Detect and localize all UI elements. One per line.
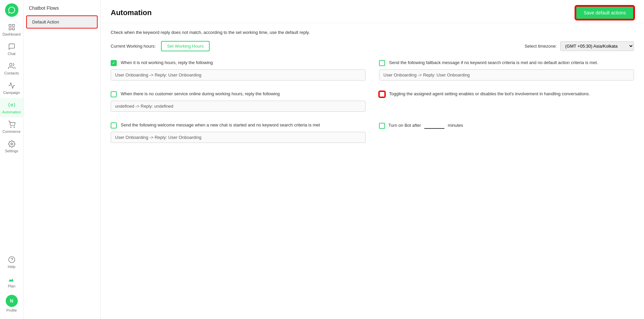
svg-point-7	[14, 127, 14, 127]
sidebar-item-commerce[interactable]: Commerce	[0, 117, 23, 137]
sidebar-bottom: Help Plan N Profile	[0, 253, 23, 319]
svg-point-5	[11, 104, 13, 106]
set-working-hours-button[interactable]: Set Working Hours	[161, 41, 210, 51]
option-row-1: When it is not working hours, reply the …	[111, 59, 366, 66]
svg-rect-2	[9, 28, 11, 30]
sidebar-item-automation[interactable]: Automation	[0, 98, 23, 117]
checkbox-fallback-message[interactable]	[379, 60, 385, 66]
app-logo[interactable]	[5, 3, 18, 17]
checkbox-no-customer-service[interactable]	[111, 91, 117, 97]
sidebar-label-settings: Settings	[5, 149, 18, 153]
turn-on-bot-row: Turn on Bot after minutes	[379, 122, 634, 129]
svg-rect-3	[12, 28, 14, 30]
option-toggle-agent: Toggling the assigned agent setting enab…	[379, 91, 634, 112]
svg-rect-1	[12, 24, 14, 26]
sidebar-label-dashboard: Dashboard	[3, 32, 21, 36]
sidebar-label-help: Help	[8, 265, 15, 269]
svg-point-4	[9, 63, 12, 66]
sidebar-label-chat: Chat	[8, 52, 15, 56]
svg-rect-0	[9, 24, 11, 26]
sidebar-item-contacts[interactable]: Contacts	[0, 59, 23, 78]
timezone-label: Select timezone:	[525, 44, 557, 49]
sidebar-item-profile[interactable]: N Profile	[0, 291, 23, 316]
option-text-3: When there is no customer service online…	[121, 91, 280, 97]
sidebar-item-chat[interactable]: Chat	[0, 40, 23, 59]
svg-point-8	[11, 143, 13, 145]
option-text-2: Send the following fallback message if n…	[389, 59, 598, 66]
timezone-row: Select timezone: (GMT +05:30) Asia/Kolka…	[525, 41, 634, 51]
sidebar-item-settings[interactable]: Settings	[0, 137, 23, 156]
avatar[interactable]: N	[6, 295, 18, 307]
svg-point-9	[8, 257, 14, 263]
option-input-2[interactable]	[379, 69, 634, 81]
sidebar-label-commerce: Commerce	[3, 129, 21, 134]
option-text-after: minutes	[448, 122, 463, 129]
sidebar-item-dashboard[interactable]: Dashboard	[0, 20, 23, 40]
sub-sidebar-title: Chatbot Flows	[23, 5, 100, 15]
working-hours-label: Current Working hours:	[111, 44, 156, 49]
working-hours-row: Current Working hours: Set Working Hours…	[111, 41, 634, 51]
main-body: Check when the keyword reply does not ma…	[101, 23, 644, 319]
checkbox-turn-on-bot[interactable]	[379, 123, 385, 129]
timezone-select[interactable]: (GMT +05:30) Asia/Kolkata	[560, 41, 634, 51]
option-input-3[interactable]	[111, 101, 366, 112]
sidebar-label-campaign: Campaign	[3, 91, 20, 95]
option-not-working-hours: When it is not working hours, reply the …	[111, 59, 366, 81]
sub-sidebar: Chatbot Flows Default Action	[23, 0, 101, 319]
sub-sidebar-item-default-action[interactable]: Default Action	[26, 15, 98, 29]
checkbox-toggle-agent[interactable]	[379, 91, 385, 97]
option-fallback-message: Send the following fallback message if n…	[379, 59, 634, 81]
option-row-5: Send the following welcome message when …	[111, 122, 366, 128]
sidebar-label-automation: Automation	[2, 110, 21, 114]
option-row-2: Send the following fallback message if n…	[379, 59, 634, 66]
option-text-before: Turn on Bot after	[388, 122, 421, 129]
sidebar-label-plan: Plan	[8, 284, 15, 288]
description-text: Check when the keyword reply does not ma…	[111, 30, 634, 35]
checkbox-welcome-message[interactable]	[111, 122, 117, 128]
option-text-1: When it is not working hours, reply the …	[121, 59, 213, 66]
option-text-4: Toggling the assigned agent setting enab…	[389, 91, 590, 97]
option-welcome-message: Send the following welcome message when …	[111, 122, 366, 143]
checkbox-not-working-hours[interactable]	[111, 60, 117, 66]
sidebar-label-contacts: Contacts	[4, 71, 19, 75]
sidebar-item-plan[interactable]: Plan	[0, 272, 23, 291]
option-row-4: Toggling the assigned agent setting enab…	[379, 91, 634, 97]
main-header: Automation Save default actions	[101, 0, 644, 23]
sidebar-item-help[interactable]: Help	[0, 253, 23, 272]
page-title: Automation	[111, 8, 152, 17]
main-sidebar: Dashboard Chat Contacts Campaign Automat…	[0, 0, 23, 319]
option-input-1[interactable]	[111, 69, 366, 81]
option-row-3: When there is no customer service online…	[111, 91, 366, 97]
svg-point-6	[10, 127, 11, 127]
save-default-actions-button[interactable]: Save default actions	[576, 6, 634, 19]
option-text-5: Send the following welcome message when …	[121, 122, 320, 128]
sidebar-label-profile: Profile	[6, 308, 17, 312]
main-content: Automation Save default actions Check wh…	[101, 0, 644, 319]
bot-minutes-input[interactable]	[424, 122, 444, 129]
options-grid: When it is not working hours, reply the …	[111, 59, 634, 143]
option-input-5[interactable]	[111, 132, 366, 143]
option-turn-on-bot: Turn on Bot after minutes	[379, 122, 634, 143]
sidebar-item-campaign[interactable]: Campaign	[0, 78, 23, 98]
option-no-customer-service: When there is no customer service online…	[111, 91, 366, 112]
